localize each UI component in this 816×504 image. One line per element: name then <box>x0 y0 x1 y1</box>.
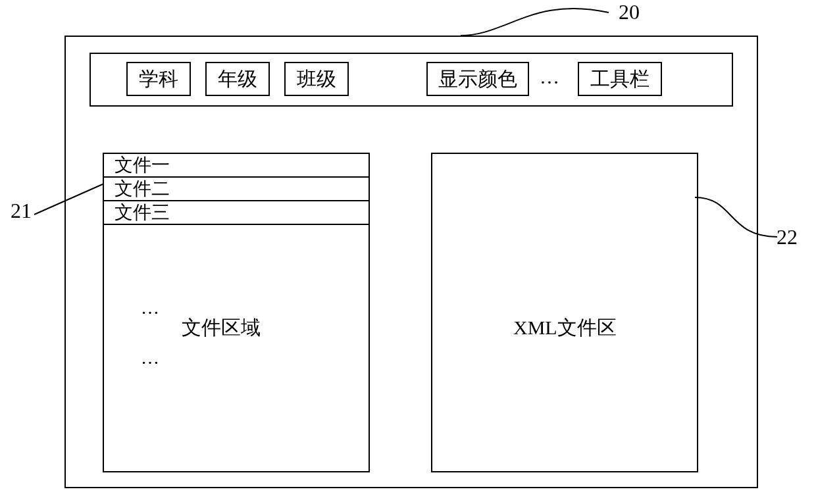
file-item-3[interactable]: 文件三 <box>104 201 369 225</box>
file-ellipsis-bottom: … <box>141 347 162 368</box>
file-area-label: 文件区域 <box>182 315 261 341</box>
grade-button[interactable]: 年级 <box>205 62 270 96</box>
subject-button[interactable]: 学科 <box>126 62 191 96</box>
callout-number-21: 21 <box>11 199 32 223</box>
callout-curve-20 <box>461 3 612 39</box>
grade-label: 年级 <box>218 66 257 93</box>
class-button[interactable]: 班级 <box>284 62 349 96</box>
callout-number-20: 20 <box>619 0 640 24</box>
file-item-2[interactable]: 文件二 <box>104 178 369 201</box>
callout-line-21 <box>34 184 107 237</box>
xml-area-panel <box>431 153 698 472</box>
class-label: 班级 <box>297 66 336 93</box>
file-ellipsis-top: … <box>141 297 162 318</box>
display-color-label: 显示颜色 <box>438 66 517 93</box>
xml-area-label: XML文件区 <box>513 315 617 341</box>
subject-label: 学科 <box>139 66 178 93</box>
diagram-canvas: 20 学科 年级 班级 显示颜色 … 工具栏 文件一 文件二 文件三 … 文件区… <box>0 0 816 504</box>
toolbox-button[interactable]: 工具栏 <box>578 62 662 96</box>
callout-curve-22 <box>695 197 780 257</box>
toolbox-label: 工具栏 <box>590 66 650 93</box>
file-item-1[interactable]: 文件一 <box>104 154 369 178</box>
display-color-button[interactable]: 显示颜色 <box>426 62 529 96</box>
toolbar-ellipsis: … <box>540 66 559 88</box>
